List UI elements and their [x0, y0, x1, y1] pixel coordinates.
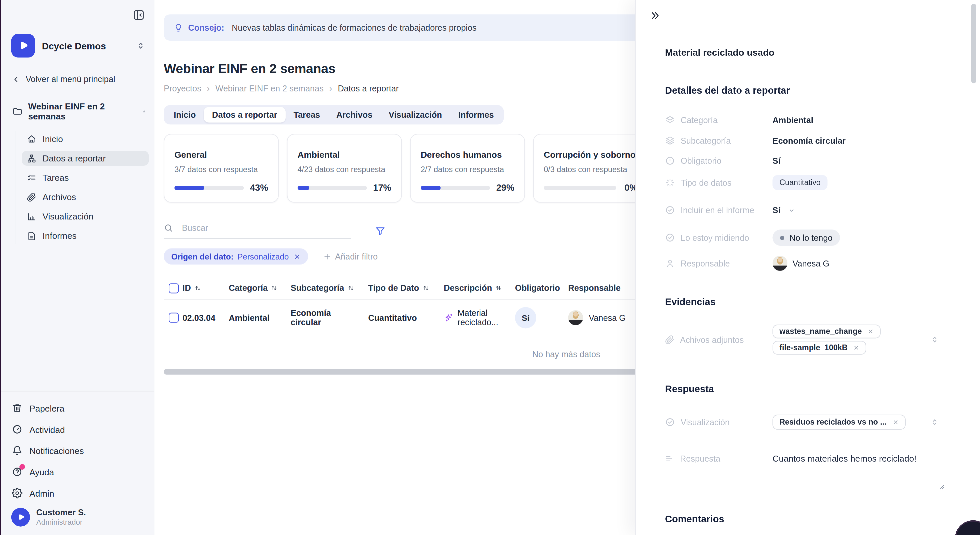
column-header-tipo-de-dato[interactable]: Tipo de Dato: [368, 283, 444, 292]
detail-row-subcategoria: Subcategoría Economía circular: [665, 133, 980, 148]
search-input[interactable]: [182, 223, 320, 233]
sitemap-icon: [27, 153, 37, 163]
card-subtitle: 0/3 datos con respuesta: [544, 165, 637, 174]
tab-inicio[interactable]: Inicio: [165, 107, 204, 123]
sidebar-item-tareas[interactable]: Tareas: [22, 170, 149, 185]
alert-circle-icon: [665, 156, 675, 166]
sidebar-item-ayuda[interactable]: Ayuda: [12, 464, 149, 480]
chevron-left-icon: [13, 75, 20, 83]
breadcrumb-item-current: Datos a reportar: [338, 83, 399, 93]
add-filter-label: Añadir filtro: [335, 252, 378, 261]
sidebar-collapse-icon[interactable]: [133, 9, 145, 21]
banner-label: Consejo:: [188, 23, 224, 32]
cell-subcategoria: Economía circular: [291, 308, 368, 327]
sidebar-item-label: Papelera: [29, 403, 64, 413]
responsable-value: Vanesa G: [773, 256, 830, 271]
sort-icon[interactable]: [270, 284, 278, 292]
sidebar-project[interactable]: Webinar EINF en 2 semanas: [2, 101, 154, 121]
sort-icon[interactable]: [495, 284, 502, 292]
bell-icon: [12, 445, 23, 456]
add-filter-button[interactable]: Añadir filtro: [323, 252, 378, 261]
tab-informes[interactable]: Informes: [450, 107, 502, 123]
back-to-main-menu[interactable]: Volver al menú principal: [2, 74, 154, 84]
close-icon[interactable]: [892, 419, 899, 425]
check-circle-icon: [665, 233, 675, 243]
user-menu[interactable]: Customer S. Administrador: [2, 508, 154, 526]
sidebar-item-label: Ayuda: [29, 467, 54, 477]
sort-icon[interactable]: [422, 284, 430, 292]
obligatorio-badge: Sí: [515, 307, 536, 329]
paperclip-icon: [27, 192, 37, 202]
sidebar-item-inicio[interactable]: Inicio: [22, 131, 149, 147]
detail-row-tipo-de-datos: Tipo de datos Cuantitativo: [665, 175, 980, 190]
column-header-descripcion[interactable]: Descripción: [444, 283, 515, 292]
breadcrumb-item[interactable]: Proyectos: [164, 83, 201, 93]
user-name: Customer S.: [37, 508, 86, 517]
help-icon: [12, 466, 23, 477]
column-header-categoria[interactable]: Categoría: [229, 283, 291, 292]
card-title: Derechos humanos: [421, 149, 514, 160]
tab-tareas[interactable]: Tareas: [285, 107, 328, 123]
comentarios-heading: Comentarios: [665, 513, 980, 525]
sidebar-item-label: Admin: [29, 488, 54, 498]
progress-bar: [421, 185, 490, 190]
attachment-chip[interactable]: wastes_name_change: [773, 324, 881, 338]
table-row[interactable]: 02.03.04 Ambiental Economía circular Cua…: [164, 300, 668, 336]
filter-chip-label: Origen del dato:: [171, 252, 234, 261]
tab-archivos[interactable]: Archivos: [328, 107, 381, 123]
panel-collapse-icon[interactable]: [650, 11, 660, 21]
close-icon[interactable]: [868, 328, 874, 335]
close-icon[interactable]: [853, 345, 860, 351]
tab-datos-a-reportar[interactable]: Datos a reportar: [204, 107, 285, 123]
workspace-switcher[interactable]: Dcycle Demos: [2, 34, 154, 57]
column-header-subcategoria[interactable]: Subcategoría: [291, 283, 368, 292]
project-caret-icon[interactable]: [140, 107, 149, 116]
column-header-id[interactable]: ID: [183, 283, 229, 292]
close-icon[interactable]: [294, 253, 301, 260]
checklist-icon: [27, 173, 37, 182]
sidebar-spacer: [2, 248, 154, 391]
sidebar-item-papelera[interactable]: Papelera: [12, 400, 149, 416]
attachment-chip[interactable]: file-sample_100kB: [773, 341, 866, 355]
resize-grip-icon[interactable]: [938, 482, 945, 490]
sort-icon[interactable]: [194, 284, 201, 292]
filter-chip-origen[interactable]: Origen del dato: Personalizado: [164, 248, 308, 265]
measuring-status-chip[interactable]: No lo tengo: [773, 230, 840, 246]
visualizacion-select-stepper-icon[interactable]: [931, 418, 939, 426]
sort-icon[interactable]: [347, 284, 354, 292]
sidebar-item-notificaciones[interactable]: Notificaciones: [12, 442, 149, 459]
sidebar-item-datos-a-reportar[interactable]: Datos a reportar: [22, 151, 149, 166]
card-title: Ambiental: [298, 149, 391, 160]
sidebar-item-visualizacion[interactable]: Visualización: [22, 209, 149, 224]
row-checkbox[interactable]: [169, 313, 179, 323]
ai-sparkle-icon: [444, 313, 453, 323]
respuesta-textarea[interactable]: Cuantos materiales hemos reciclado!: [773, 453, 917, 463]
sidebar-item-label: Archivos: [43, 192, 76, 202]
sidebar-project-name: Webinar EINF en 2 semanas: [28, 101, 136, 121]
sidebar-item-admin[interactable]: Admin: [12, 485, 149, 501]
breadcrumb-item[interactable]: Webinar EINF en 2 semanas: [215, 83, 324, 93]
vertical-scrollbar[interactable]: [971, 4, 976, 83]
visualizacion-chip[interactable]: Residuos reciclados vs no ...: [773, 415, 906, 430]
filter-funnel-icon[interactable]: [375, 226, 386, 236]
sidebar-item-informes[interactable]: Informes: [22, 228, 149, 243]
attachments-select-stepper-icon[interactable]: [931, 335, 939, 343]
details-heading: Detalles del dato a reportar: [665, 85, 980, 96]
card-title: Corrupción y soborno: [544, 149, 637, 160]
tab-visualizacion[interactable]: Visualización: [381, 107, 450, 123]
column-header-obligatorio[interactable]: Obligatorio: [515, 283, 568, 292]
search-box[interactable]: [164, 223, 352, 239]
card-title: General: [174, 149, 268, 160]
select-all-checkbox[interactable]: [169, 283, 179, 293]
sidebar-item-archivos[interactable]: Archivos: [22, 190, 149, 204]
cell-categoria: Ambiental: [229, 313, 291, 322]
paperclip-icon: [665, 335, 675, 344]
detail-row-categoria: Categoría Ambiental: [665, 113, 980, 128]
responsable-name: Vanesa G: [589, 313, 626, 322]
sidebar: Dcycle Demos Volver al menú principal We…: [0, 0, 154, 535]
sidebar-item-actividad[interactable]: Actividad: [12, 421, 149, 438]
data-table: ID Categoría Subcategoría Tipo de Dato D…: [164, 281, 668, 336]
card-subtitle: 4/23 datos con respuesta: [298, 165, 391, 174]
incluir-informe-dropdown[interactable]: Sí: [773, 206, 795, 215]
stats-card-derechos-humanos: Derechos humanos 2/7 datos con respuesta…: [410, 134, 525, 203]
